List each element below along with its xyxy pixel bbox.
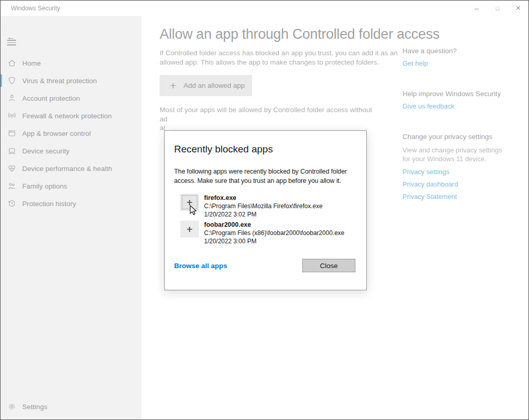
- app-name: firefox.exe: [204, 194, 322, 202]
- dialog-body-text: The following apps were recently blocked…: [174, 167, 358, 185]
- mouse-cursor-icon: [190, 205, 197, 217]
- app-name: foobar2000.exe: [204, 221, 344, 229]
- blocked-app-row: + foobar2000.exe C:\Program Files (x86)\…: [174, 221, 357, 245]
- dialog-footer: Browse all apps Close: [174, 259, 355, 272]
- app-path: C:\Program Files (x86)\foobar2000\foobar…: [204, 229, 344, 237]
- dialog-close-button[interactable]: Close: [302, 259, 355, 272]
- blocked-apps-list: + firefox.exe C:\Program Files\Mozilla F…: [174, 194, 357, 245]
- app-path: C:\Program Files\Mozilla Firefox\firefox…: [204, 202, 322, 210]
- app-blocked-time: 1/20/2022 3:02 PM: [204, 210, 322, 219]
- window-frame: Windows Security – □ × ← Home Virus & th…: [0, 0, 529, 420]
- dialog-title: Recently blocked apps: [174, 144, 357, 155]
- blocked-app-row: + firefox.exe C:\Program Files\Mozilla F…: [174, 194, 357, 219]
- app-info: foobar2000.exe C:\Program Files (x86)\fo…: [204, 221, 344, 245]
- allow-app-button-foobar2000[interactable]: +: [180, 221, 199, 238]
- app-info: firefox.exe C:\Program Files\Mozilla Fir…: [204, 194, 322, 219]
- app-blocked-time: 1/20/2022 3:00 PM: [204, 237, 344, 245]
- browse-all-apps-link[interactable]: Browse all apps: [174, 262, 227, 270]
- plus-icon: +: [186, 223, 193, 235]
